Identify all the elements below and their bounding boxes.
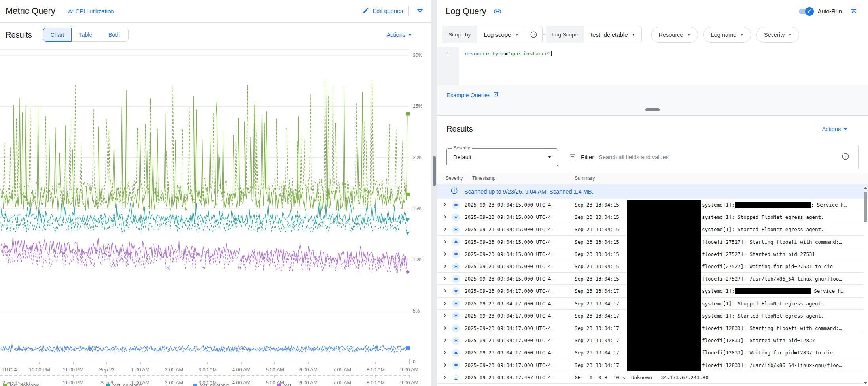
log-row[interactable]: i2025-09-23 09:04:17.407 UTC-4GET 0 0 B … [437, 371, 863, 384]
collapse-up-icon[interactable] [848, 6, 859, 17]
editor-code-line[interactable]: resource.type="gce_instance" [459, 47, 868, 85]
series-instance-teal-current [1, 203, 407, 224]
severity-select[interactable]: Severity Default [446, 148, 558, 166]
results-scrollbar[interactable] [863, 185, 868, 386]
severity-default-icon: ✱ [452, 337, 460, 345]
tab-chart[interactable]: Chart [43, 28, 72, 42]
collapse-panel-icon[interactable] [414, 6, 425, 17]
log-summary-time: Sep 23 13:04:17 [575, 325, 619, 331]
y-axis-tick-label: 10% [413, 257, 422, 262]
log-timestamp: 2025-09-23 09:04:15.000 UTC-4 [465, 214, 551, 220]
expand-chevron-icon[interactable] [442, 239, 448, 247]
severity-default-icon: ✱ [452, 226, 460, 234]
x-axis-current-label: 4:00 AM [232, 367, 250, 373]
scan-info-banner: Scanned up to 9/23/25, 9:04 AM. Scanned … [437, 184, 868, 199]
chart-view-toggle: Chart Table Both [43, 28, 129, 42]
metric-query-a-label[interactable]: A: CPU utilization [68, 8, 114, 15]
severity-default-icon: ✱ [452, 287, 460, 296]
metric-query-header: Metric Query A: CPU utilization Edit que… [0, 0, 431, 23]
expand-chevron-icon[interactable] [442, 226, 448, 234]
toggle-thumb-check-icon: ✓ [805, 7, 814, 16]
x-axis-baseline-label: 11:00 PM [63, 380, 84, 386]
x-axis-current-label: Sep 23 [99, 367, 115, 373]
x-axis-baseline-label: 8:00 AM [367, 380, 385, 386]
edit-queries-label: Edit queries [373, 8, 403, 14]
log-summary-time: Sep 23 13:04:17 [575, 288, 619, 294]
expand-chevron-icon[interactable] [442, 374, 448, 382]
resource-pill-label: Resource [659, 32, 683, 38]
log-results-bar: Results Actions [437, 116, 868, 142]
log-name-filter-pill[interactable]: Log name [703, 27, 751, 43]
expand-chevron-icon[interactable] [442, 201, 448, 209]
scroll-down-arrow[interactable] [864, 382, 867, 384]
log-timestamp: 2025-09-23 09:04:15.000 UTC-4 [465, 226, 551, 232]
scope-help-icon[interactable]: ? [525, 26, 542, 43]
log-actions-button[interactable]: Actions [822, 126, 847, 132]
expand-chevron-icon[interactable] [442, 275, 448, 283]
log-results-table: Severity Timestamp Summary Scanned up to… [437, 172, 868, 386]
edit-queries-button[interactable]: Edit queries [363, 7, 403, 15]
severity-filter-pill[interactable]: Severity [756, 27, 799, 43]
col-timestamp: Timestamp [472, 175, 495, 181]
expand-chevron-icon[interactable] [442, 214, 448, 222]
log-filter-row: Severity Default Filter ? [437, 142, 868, 172]
filter-help-icon[interactable]: ? [842, 153, 849, 162]
scope-by-dropdown[interactable]: Log scope [477, 26, 524, 43]
panel-splitter[interactable] [431, 0, 437, 386]
info-icon [450, 187, 458, 196]
log-scope-label: Log Scope [546, 26, 584, 43]
severity-default-icon: ✱ [452, 324, 460, 333]
example-queries-link[interactable]: Example Queries [446, 92, 499, 98]
expand-chevron-icon[interactable] [442, 362, 448, 370]
editor-footer-strip: Example Queries [437, 85, 868, 116]
legend-label: test_deletable-… [10, 383, 46, 386]
scope-by-control: Scope by Log scope ? [442, 26, 543, 43]
severity-info-icon: i [452, 373, 460, 382]
severity-default-icon: ✱ [452, 349, 460, 357]
tab-both[interactable]: Both [100, 28, 129, 42]
severity-select-label: Severity [452, 145, 472, 150]
expand-chevron-icon[interactable] [442, 325, 448, 333]
divider [858, 146, 859, 169]
log-summary-message: flooefi[27527]: Starting flooefi with co… [702, 239, 842, 245]
log-row[interactable] [437, 384, 863, 386]
expand-chevron-icon[interactable] [442, 337, 448, 345]
scroll-thumb[interactable] [864, 192, 867, 222]
cpu-utilization-chart[interactable]: 30%25%20%15%10%5%0UTC-410:00 PM11:00 PMS… [0, 47, 431, 386]
auto-run-toggle[interactable]: ✓ Auto-Run [798, 7, 842, 16]
expand-chevron-icon[interactable] [442, 251, 448, 259]
log-summary-time: Sep 23 13:04:15 [575, 202, 619, 208]
metric-query-panel: Metric Query A: CPU utilization Edit que… [0, 0, 431, 386]
log-timestamp: 2025-09-23 09:04:17.000 UTC-4 [465, 325, 551, 331]
resource-filter-pill[interactable]: Resource [651, 27, 698, 43]
log-search-input[interactable] [599, 154, 837, 160]
log-summary: GET 0 0 B 10 s Unknown 34.173.67.243:80 [575, 375, 709, 380]
y-axis-tick-label: 20% [413, 155, 422, 160]
severity-default-icon: ✱ [452, 238, 460, 246]
splitter-drag-handle[interactable] [433, 156, 436, 186]
scope-by-value: Log scope [484, 31, 511, 38]
log-summary-message: systemd[1]: Started FlooNet egress agent… [702, 313, 824, 319]
tab-table[interactable]: Table [72, 28, 100, 42]
log-timestamp: 2025-09-23 09:04:17.000 UTC-4 [465, 350, 551, 356]
expand-chevron-icon[interactable] [442, 288, 448, 296]
metric-results-title: Results [6, 30, 32, 40]
log-timestamp: 2025-09-23 09:04:17.000 UTC-4 [465, 362, 551, 368]
log-query-editor[interactable]: 1 resource.type="gce_instance" [437, 47, 868, 85]
severity-default-icon: ✱ [452, 213, 460, 222]
expand-chevron-icon[interactable] [442, 300, 448, 308]
metric-actions-button[interactable]: Actions [386, 32, 412, 38]
log-query-panel: Log Query ✓ Auto-Run Scope by [437, 0, 868, 386]
toggle-switch-on[interactable]: ✓ [798, 7, 814, 16]
log-scope-dropdown[interactable]: test_deletable [584, 26, 641, 43]
link-icon[interactable] [492, 6, 503, 17]
expand-chevron-icon[interactable] [442, 349, 448, 357]
x-axis-current-label: 8:00 AM [367, 367, 385, 373]
legend-label: test_… [284, 383, 299, 386]
expand-chevron-icon[interactable] [442, 263, 448, 271]
expand-chevron-icon[interactable] [442, 313, 448, 320]
scroll-up-arrow[interactable] [864, 187, 867, 189]
resize-drag-handle[interactable] [645, 108, 660, 111]
filter-icon [569, 153, 576, 162]
x-axis-current-label: 2:00 AM [165, 367, 183, 373]
